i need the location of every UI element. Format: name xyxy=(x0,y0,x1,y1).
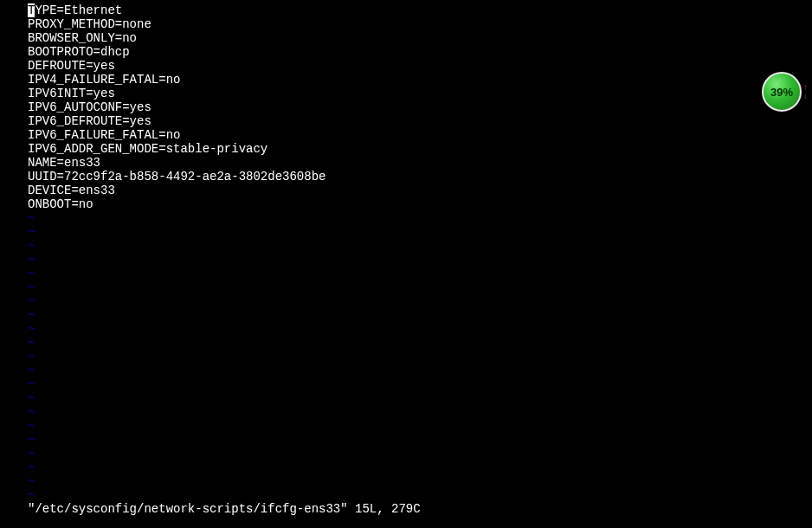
empty-line-tilde: ~ xyxy=(28,336,812,350)
empty-line-tilde: ~ xyxy=(28,488,812,502)
empty-line-tilde: ~ xyxy=(28,405,812,419)
vim-status-line: "/etc/sysconfig/network-scripts/ifcfg-en… xyxy=(28,502,812,516)
empty-line-area: ~~~~~~~~~~~~~~~~~~~~~ xyxy=(28,211,812,502)
empty-line-tilde: ~ xyxy=(28,225,812,239)
empty-line-tilde: ~ xyxy=(28,239,812,253)
cursor: T xyxy=(28,3,35,17)
file-line: IPV6_AUTOCONF=yes xyxy=(28,100,812,114)
arrow-down-icon: ↓ xyxy=(803,92,808,100)
badge-percent: 39% xyxy=(770,86,793,99)
terminal-editor[interactable]: TYPE=EthernetPROXY_METHOD=noneBROWSER_ON… xyxy=(0,0,812,516)
empty-line-tilde: ~ xyxy=(28,211,812,225)
empty-line-tilde: ~ xyxy=(28,294,812,308)
empty-line-tilde: ~ xyxy=(28,253,812,267)
file-line: BOOTPROTO=dhcp xyxy=(28,45,812,59)
file-line: DEVICE=ens33 xyxy=(28,184,812,197)
empty-line-tilde: ~ xyxy=(28,391,812,405)
file-content-area: TYPE=EthernetPROXY_METHOD=noneBROWSER_ON… xyxy=(28,3,812,211)
empty-line-tilde: ~ xyxy=(28,447,812,460)
empty-line-tilde: ~ xyxy=(28,308,812,322)
file-line: IPV6_ADDR_GEN_MODE=stable-privacy xyxy=(28,142,812,156)
file-line: BROWSER_ONLY=no xyxy=(28,31,812,45)
file-line: IPV4_FAILURE_FATAL=no xyxy=(28,73,812,87)
empty-line-tilde: ~ xyxy=(28,267,812,280)
file-line: IPV6INIT=yes xyxy=(28,87,812,100)
file-line: IPV6_DEFROUTE=yes xyxy=(28,114,812,128)
performance-badge[interactable]: 39% ↑ ↓ xyxy=(762,71,812,113)
empty-line-tilde: ~ xyxy=(28,460,812,474)
empty-line-tilde: ~ xyxy=(28,419,812,433)
badge-arrows: ↑ ↓ xyxy=(803,83,808,100)
empty-line-tilde: ~ xyxy=(28,280,812,294)
empty-line-tilde: ~ xyxy=(28,350,812,364)
file-line: IPV6_FAILURE_FATAL=no xyxy=(28,128,812,142)
badge-circle: 39% xyxy=(762,72,802,112)
file-line: ONBOOT=no xyxy=(28,197,812,211)
file-line: UUID=72cc9f2a-b858-4492-ae2a-3802de3608b… xyxy=(28,170,812,184)
empty-line-tilde: ~ xyxy=(28,474,812,488)
file-line: DEFROUTE=yes xyxy=(28,59,812,73)
file-line: NAME=ens33 xyxy=(28,156,812,170)
empty-line-tilde: ~ xyxy=(28,377,812,391)
file-line: TYPE=Ethernet xyxy=(28,3,812,17)
empty-line-tilde: ~ xyxy=(28,364,812,377)
empty-line-tilde: ~ xyxy=(28,322,812,336)
empty-line-tilde: ~ xyxy=(28,433,812,447)
file-line: PROXY_METHOD=none xyxy=(28,17,812,31)
